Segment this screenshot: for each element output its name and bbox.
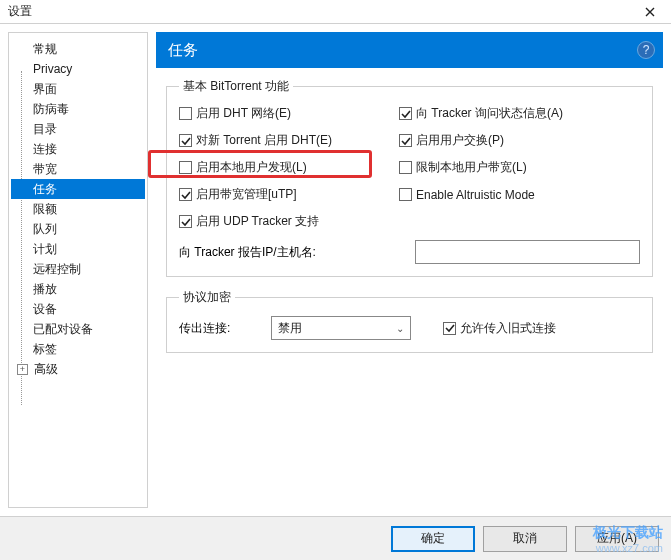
checkbox-limit-local[interactable]: 限制本地用户带宽(L) <box>399 159 640 176</box>
panel-header: 任务 ? <box>156 32 663 68</box>
sidebar-item-label: 界面 <box>33 81 57 98</box>
titlebar: 设置 <box>0 0 671 24</box>
sidebar-item-label: Privacy <box>33 62 72 76</box>
sidebar-item-11[interactable]: 远程控制 <box>11 259 145 279</box>
checkbox-new-dht-label: 对新 Torrent 启用 DHT(E) <box>196 132 332 149</box>
sidebar-item-5[interactable]: 连接 <box>11 139 145 159</box>
sidebar-tree: 常规Privacy界面防病毒目录连接带宽任务限额队列计划远程控制播放设备已配对设… <box>8 32 148 508</box>
panel-body: 基本 BitTorrent 功能 启用 DHT 网络(E) 向 Tracker … <box>156 68 663 508</box>
sidebar-item-label: 播放 <box>33 281 57 298</box>
checkbox-udp-tracker-label: 启用 UDP Tracker 支持 <box>196 213 319 230</box>
report-ip-input[interactable] <box>415 240 640 264</box>
out-conn-select[interactable]: 禁用 ⌄ <box>271 316 411 340</box>
checkbox-pex[interactable]: 启用用户交换(P) <box>399 132 640 149</box>
dialog-footer: 确定 取消 应用(A) <box>0 516 671 560</box>
main-panel: 任务 ? 基本 BitTorrent 功能 启用 DHT 网络(E) <box>156 32 663 508</box>
close-icon <box>645 7 655 17</box>
close-button[interactable] <box>629 0 671 24</box>
sidebar-item-label: 高级 <box>34 361 58 378</box>
checkbox-allow-legacy-label: 允许传入旧式连接 <box>460 320 556 337</box>
sidebar-item-label: 远程控制 <box>33 261 81 278</box>
checkbox-utp-label: 启用带宽管理[uTP] <box>196 186 297 203</box>
sidebar-item-label: 限额 <box>33 201 57 218</box>
group-bittorrent: 基本 BitTorrent 功能 启用 DHT 网络(E) 向 Tracker … <box>166 78 653 277</box>
window-title: 设置 <box>8 3 32 20</box>
sidebar-item-3[interactable]: 防病毒 <box>11 99 145 119</box>
checkbox-limit-local-label: 限制本地用户带宽(L) <box>416 159 527 176</box>
sidebar-item-0[interactable]: 常规 <box>11 39 145 59</box>
sidebar-item-4[interactable]: 目录 <box>11 119 145 139</box>
sidebar-item-2[interactable]: 界面 <box>11 79 145 99</box>
out-conn-label: 传出连接: <box>179 320 263 337</box>
checkbox-tracker-status-label: 向 Tracker 询问状态信息(A) <box>416 105 563 122</box>
checkbox-utp[interactable]: 启用带宽管理[uTP] <box>179 186 399 203</box>
checkbox-dht-label: 启用 DHT 网络(E) <box>196 105 291 122</box>
sidebar-item-15[interactable]: 标签 <box>11 339 145 359</box>
sidebar-item-8[interactable]: 限额 <box>11 199 145 219</box>
sidebar-item-1[interactable]: Privacy <box>11 59 145 79</box>
apply-button[interactable]: 应用(A) <box>575 526 659 552</box>
group-encryption: 协议加密 传出连接: 禁用 ⌄ 允许传入旧式连接 <box>166 289 653 353</box>
sidebar-item-label: 带宽 <box>33 161 57 178</box>
cancel-button[interactable]: 取消 <box>483 526 567 552</box>
checkbox-altruistic[interactable]: Enable Altruistic Mode <box>399 188 640 202</box>
sidebar-item-13[interactable]: 设备 <box>11 299 145 319</box>
ok-button[interactable]: 确定 <box>391 526 475 552</box>
checkbox-new-dht[interactable]: 对新 Torrent 启用 DHT(E) <box>179 132 399 149</box>
help-icon: ? <box>643 43 650 57</box>
sidebar-item-label: 常规 <box>33 41 57 58</box>
chevron-down-icon: ⌄ <box>396 323 404 334</box>
expand-icon[interactable]: + <box>17 364 28 375</box>
sidebar-item-7[interactable]: 任务 <box>11 179 145 199</box>
group-encryption-legend: 协议加密 <box>179 289 235 306</box>
sidebar-item-label: 目录 <box>33 121 57 138</box>
sidebar-item-label: 任务 <box>33 181 57 198</box>
sidebar-item-label: 标签 <box>33 341 57 358</box>
checkbox-lpd-label: 启用本地用户发现(L) <box>196 159 307 176</box>
checkbox-tracker-status[interactable]: 向 Tracker 询问状态信息(A) <box>399 105 640 122</box>
out-conn-value: 禁用 <box>278 320 302 337</box>
sidebar-item-9[interactable]: 队列 <box>11 219 145 239</box>
sidebar-item-label: 计划 <box>33 241 57 258</box>
sidebar-item-16[interactable]: +高级 <box>11 359 145 379</box>
sidebar-item-label: 设备 <box>33 301 57 318</box>
sidebar-item-6[interactable]: 带宽 <box>11 159 145 179</box>
checkbox-lpd[interactable]: 启用本地用户发现(L) <box>179 159 399 176</box>
panel-title: 任务 <box>168 41 198 60</box>
group-bittorrent-legend: 基本 BitTorrent 功能 <box>179 78 293 95</box>
checkbox-pex-label: 启用用户交换(P) <box>416 132 504 149</box>
sidebar-item-12[interactable]: 播放 <box>11 279 145 299</box>
content-area: 常规Privacy界面防病毒目录连接带宽任务限额队列计划远程控制播放设备已配对设… <box>0 24 671 516</box>
sidebar-item-10[interactable]: 计划 <box>11 239 145 259</box>
checkbox-altruistic-label: Enable Altruistic Mode <box>416 188 535 202</box>
sidebar-item-label: 连接 <box>33 141 57 158</box>
sidebar-item-label: 防病毒 <box>33 101 69 118</box>
checkbox-allow-legacy[interactable]: 允许传入旧式连接 <box>443 320 556 337</box>
sidebar-item-label: 已配对设备 <box>33 321 93 338</box>
checkbox-dht[interactable]: 启用 DHT 网络(E) <box>179 105 399 122</box>
help-button[interactable]: ? <box>637 41 655 59</box>
sidebar-item-label: 队列 <box>33 221 57 238</box>
sidebar-item-14[interactable]: 已配对设备 <box>11 319 145 339</box>
report-ip-label: 向 Tracker 报告IP/主机名: <box>179 244 407 261</box>
checkbox-udp-tracker[interactable]: 启用 UDP Tracker 支持 <box>179 213 319 230</box>
